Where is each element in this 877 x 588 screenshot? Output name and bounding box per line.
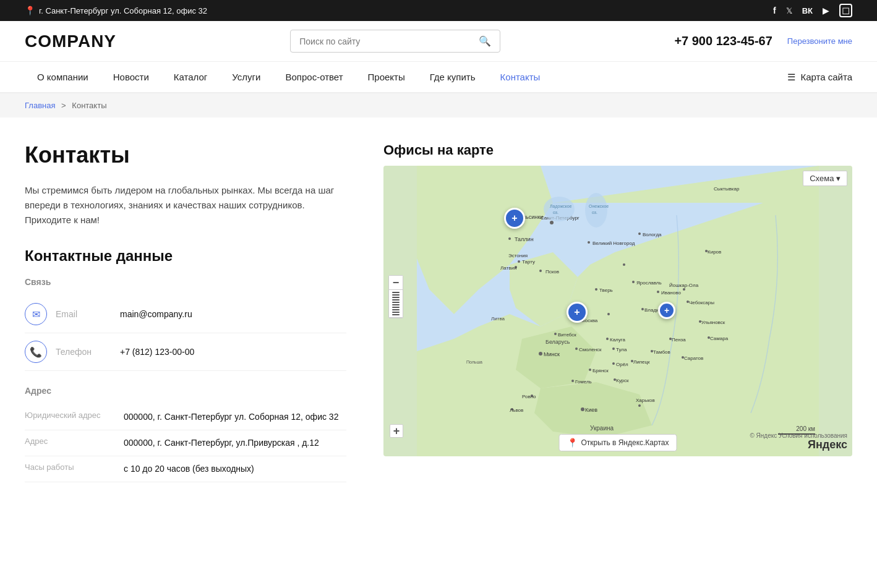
map-open-link[interactable]: 📍 Открыть в Яндекс.Картах xyxy=(559,434,677,451)
breadcrumb-home[interactable]: Главная xyxy=(25,101,55,110)
instagram-icon[interactable]: ◻ xyxy=(839,4,852,17)
address-row-label: Адрес xyxy=(25,437,105,450)
svg-text:Смоленск: Смоленск xyxy=(579,347,602,352)
map-pin-moscow[interactable]: + xyxy=(567,302,588,323)
email-row: ✉ Email main@company.ru xyxy=(25,296,346,333)
map-pin-east[interactable]: + xyxy=(658,302,675,319)
top-bar-address: 📍 г. Санкт-Петербург ул. Соборная 12, оф… xyxy=(25,6,207,15)
nav-item-where-to-buy[interactable]: Где купить xyxy=(417,62,488,92)
email-field-label: Email xyxy=(56,309,111,319)
svg-text:Литва: Литва xyxy=(491,316,505,322)
svg-text:Ульяновск: Ульяновск xyxy=(701,320,725,325)
right-column: Офисы на карте xyxy=(383,142,852,482)
address-section: Адрес Юридический адрес 000000, г. Санкт… xyxy=(25,386,346,482)
svg-text:Ладожское: Ладожское xyxy=(550,204,572,209)
search-input[interactable] xyxy=(299,36,474,46)
svg-text:Пенза: Пенза xyxy=(672,337,686,343)
logo[interactable]: COMPANY xyxy=(25,32,116,51)
facebook-icon[interactable]: f xyxy=(773,6,776,15)
svg-text:Киев: Киев xyxy=(585,407,597,413)
phone-number: +7 900 123-45-67 xyxy=(674,34,772,48)
map-zoom-minus-btn[interactable]: − xyxy=(389,276,403,289)
svg-text:Ровно: Ровно xyxy=(522,394,536,399)
svg-point-12 xyxy=(539,270,542,272)
svg-point-76 xyxy=(544,197,575,221)
vk-icon[interactable]: ВК xyxy=(802,6,813,15)
svg-point-46 xyxy=(606,338,609,340)
svg-text:Киров: Киров xyxy=(708,249,721,255)
top-bar-address-text: г. Санкт-Петербург ул. Соборная 12, офис… xyxy=(39,6,207,15)
twitter-icon[interactable]: 𝕏 xyxy=(786,6,792,15)
left-column: Контакты Мы стремимся быть лидером на гл… xyxy=(25,142,346,482)
svg-point-44 xyxy=(581,407,584,411)
header-right: +7 900 123-45-67 Перезвоните мне xyxy=(674,34,852,48)
nav-item-news[interactable]: Новости xyxy=(101,62,161,92)
nav-item-about[interactable]: О компании xyxy=(25,62,101,92)
svg-point-42 xyxy=(571,380,574,382)
svg-text:Чебоксары: Чебоксары xyxy=(689,300,714,305)
sitemap-button[interactable]: ☰ Карта сайта xyxy=(787,72,852,83)
svg-text:Калуга: Калуга xyxy=(610,337,626,343)
svg-text:Онежское: Онежское xyxy=(589,204,609,208)
address-row: Адрес 000000, г. Санкт-Петербург, ул.При… xyxy=(25,430,346,456)
svg-text:Харьков: Харьков xyxy=(636,398,655,403)
legal-address-row: Юридический адрес 000000, г. Санкт-Петер… xyxy=(25,404,346,430)
map-container[interactable]: Хельсинки Таллин Санкт-Петербург Псков Л… xyxy=(383,166,852,456)
location-icon: 📍 xyxy=(25,6,35,15)
legal-address-label: Юридический адрес xyxy=(25,411,105,424)
page-title: Контакты xyxy=(25,142,346,168)
search-bar[interactable]: 🔍 xyxy=(290,30,500,53)
svg-text:Курск: Курск xyxy=(616,378,629,383)
email-icon: ✉ xyxy=(25,303,47,325)
svg-point-37 xyxy=(589,369,591,371)
svg-text:Таллин: Таллин xyxy=(515,236,534,242)
nav-item-catalog[interactable]: Каталог xyxy=(161,62,220,92)
svg-text:Беларусь: Беларусь xyxy=(545,339,570,345)
pin-east-circle: + xyxy=(658,302,675,319)
svg-point-31 xyxy=(641,308,644,310)
svg-point-56 xyxy=(638,404,641,407)
svg-text:Вологда: Вологда xyxy=(643,232,662,237)
hours-row: Часы работы с 10 до 20 часов (без выходн… xyxy=(25,456,346,482)
sitemap-label: Карта сайта xyxy=(800,72,852,82)
svg-point-29 xyxy=(607,313,610,315)
nav-item-faq[interactable]: Вопрос-ответ xyxy=(273,62,355,92)
map-type-button[interactable]: Схема ▾ xyxy=(803,171,847,186)
phone-row: 📞 Телефон +7 (812) 123-00-00 xyxy=(25,333,346,371)
svg-point-21 xyxy=(638,232,641,235)
nav-item-projects[interactable]: Проекты xyxy=(356,62,417,92)
svg-text:Ярославль: Ярославль xyxy=(636,280,662,286)
svg-text:Тверь: Тверь xyxy=(599,288,613,293)
callback-link[interactable]: Перезвоните мне xyxy=(787,36,852,46)
svg-text:Львов: Львов xyxy=(510,407,523,413)
yandex-brand: Яндекс xyxy=(808,437,847,451)
svg-text:Йошкар-Ола: Йошкар-Ола xyxy=(669,283,699,288)
svg-text:Липецк: Липецк xyxy=(633,359,650,365)
svg-point-25 xyxy=(657,291,659,293)
intro-text-content: Мы стремимся быть лидером на глобальных … xyxy=(25,185,334,225)
youtube-icon[interactable]: ▶ xyxy=(823,6,829,15)
svg-text:Минск: Минск xyxy=(544,351,560,357)
nav-items: О компании Новости Каталог Услуги Вопрос… xyxy=(25,62,787,92)
svg-text:Украина: Украина xyxy=(590,425,614,432)
svg-point-27 xyxy=(595,288,597,291)
nav-item-contacts[interactable]: Контакты xyxy=(488,62,553,92)
main-nav: О компании Новости Каталог Услуги Вопрос… xyxy=(0,62,877,93)
svg-text:оз.: оз. xyxy=(553,210,558,215)
svg-text:Латвия: Латвия xyxy=(500,265,516,271)
svg-point-48 xyxy=(612,347,615,350)
map-pin-spb[interactable]: + xyxy=(504,208,525,229)
map-controls[interactable]: − xyxy=(388,275,403,318)
svg-text:Эстония: Эстония xyxy=(508,253,528,258)
email-value: main@company.ru xyxy=(120,309,192,319)
map-type-label: Схема ▾ xyxy=(810,174,841,183)
phone-field-label: Телефон xyxy=(56,347,111,357)
svg-text:Сыктывкар: Сыктывкар xyxy=(714,186,740,192)
svg-text:Орёл: Орёл xyxy=(616,362,628,367)
svg-text:Гомель: Гомель xyxy=(575,379,592,385)
svg-point-75 xyxy=(623,263,625,266)
svg-text:Польша: Польша xyxy=(466,360,482,364)
map-zoom-plus-btn[interactable]: + xyxy=(390,424,403,438)
nav-item-services[interactable]: Услуги xyxy=(220,62,273,92)
top-bar: 📍 г. Санкт-Петербург ул. Соборная 12, оф… xyxy=(0,0,877,21)
